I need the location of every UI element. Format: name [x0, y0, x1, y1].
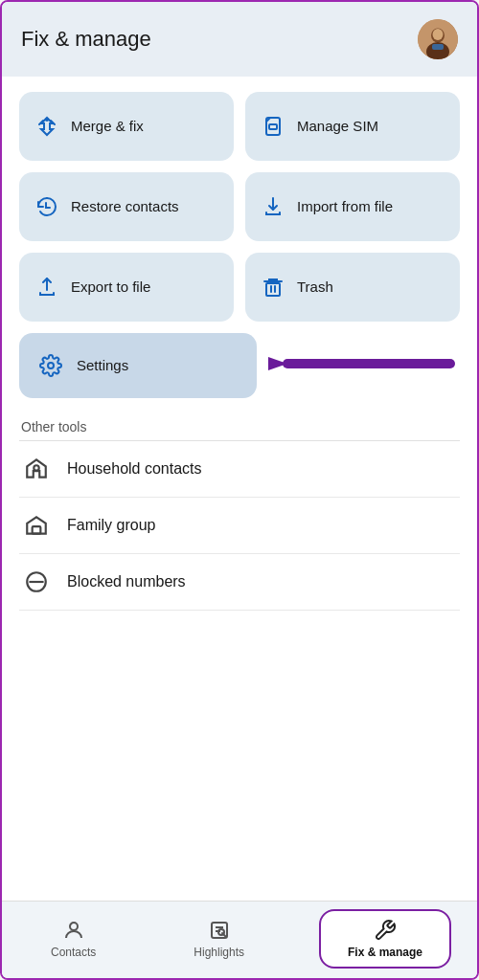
household-contacts-label: Household contacts	[67, 460, 202, 478]
blocked-numbers-label: Blocked numbers	[67, 573, 186, 590]
blocked-numbers-item[interactable]: Blocked numbers	[19, 554, 460, 611]
app-container: Fix & manage	[0, 0, 479, 980]
export-to-file-label: Export to file	[71, 278, 150, 297]
svg-rect-8	[266, 283, 280, 296]
import-from-file-button[interactable]: Import from file	[245, 172, 460, 241]
trash-icon	[261, 276, 285, 299]
settings-icon	[38, 354, 63, 377]
nav-fix-manage[interactable]: Fix & manage	[319, 909, 451, 969]
svg-point-12	[34, 465, 38, 470]
svg-point-5	[45, 118, 49, 122]
manage-sim-label: Manage SIM	[297, 117, 378, 136]
svg-point-9	[48, 363, 54, 368]
other-tools-section: Other tools Household contacts	[19, 419, 460, 611]
other-tools-title: Other tools	[19, 419, 460, 434]
svg-rect-4	[432, 44, 444, 50]
wrench-icon	[374, 919, 397, 942]
restore-icon	[34, 195, 59, 218]
restore-contacts-label: Restore contacts	[71, 197, 179, 216]
family-icon	[23, 513, 50, 538]
export-to-file-button[interactable]: Export to file	[19, 253, 234, 322]
arrow-svg	[268, 340, 460, 388]
import-icon	[261, 195, 285, 218]
settings-button[interactable]: Settings	[19, 333, 257, 398]
manage-sim-button[interactable]: Manage SIM	[245, 92, 460, 161]
export-icon	[34, 276, 59, 299]
person-icon	[62, 919, 85, 942]
avatar[interactable]	[418, 19, 458, 59]
settings-arrow	[268, 340, 460, 391]
highlights-icon	[208, 919, 231, 942]
trash-button[interactable]: Trash	[245, 253, 460, 322]
highlights-nav-label: Highlights	[194, 946, 244, 959]
avatar-image	[418, 19, 458, 59]
trash-label: Trash	[297, 278, 333, 297]
svg-point-16	[70, 923, 78, 930]
blocked-icon	[23, 569, 50, 594]
svg-rect-7	[269, 124, 277, 129]
nav-highlights[interactable]: Highlights	[171, 913, 267, 965]
grid-row-1: Merge & fix Manage SIM	[19, 92, 460, 322]
header: Fix & manage	[2, 2, 477, 77]
household-contacts-item[interactable]: Household contacts	[19, 441, 460, 498]
other-tools-list: Household contacts Family group	[19, 440, 460, 611]
restore-contacts-button[interactable]: Restore contacts	[19, 172, 234, 241]
merge-fix-icon	[34, 115, 59, 138]
merge-fix-button[interactable]: Merge & fix	[19, 92, 234, 161]
merge-fix-label: Merge & fix	[71, 117, 144, 136]
contacts-nav-label: Contacts	[51, 946, 96, 959]
bottom-nav: Contacts Highlights Fix &	[2, 901, 477, 978]
household-icon	[23, 457, 50, 481]
sim-icon	[261, 115, 285, 138]
main-content: Merge & fix Manage SIM	[2, 77, 477, 901]
fix-manage-nav-label: Fix & manage	[348, 946, 422, 959]
nav-contacts[interactable]: Contacts	[28, 913, 119, 965]
avatar-svg	[418, 19, 458, 59]
svg-point-3	[433, 29, 444, 40]
svg-point-20	[218, 929, 224, 935]
svg-rect-13	[33, 526, 41, 534]
family-group-label: Family group	[67, 517, 155, 534]
family-group-item[interactable]: Family group	[19, 498, 460, 554]
settings-label: Settings	[77, 356, 128, 375]
page-title: Fix & manage	[21, 27, 151, 52]
import-from-file-label: Import from file	[297, 197, 393, 216]
